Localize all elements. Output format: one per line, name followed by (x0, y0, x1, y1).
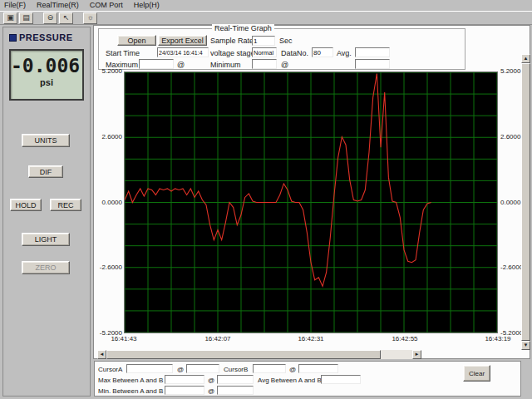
x-tick: 16:42:31 (291, 335, 331, 342)
avg-between-value-field[interactable] (321, 375, 361, 384)
x-tick: 16:41:43 (104, 335, 144, 342)
sample-rate-label: Sample Rate (210, 37, 254, 45)
cursor-b-time-field[interactable] (298, 364, 338, 373)
graph-panel: Real-Time Graph Open Export Excel Sample… (93, 25, 530, 359)
minimum-label: Minimum (210, 61, 241, 69)
dif-button[interactable]: DIF (28, 165, 63, 178)
maximum-at-label: @ (177, 61, 185, 69)
start-time-field[interactable] (157, 47, 209, 57)
x-tick: 16:42:07 (198, 335, 238, 342)
datano-field[interactable] (312, 47, 333, 57)
open-button[interactable]: Open (117, 35, 156, 46)
brand-icon (9, 34, 17, 42)
x-tick: 16:42:55 (385, 335, 425, 342)
cursor-a-label: CursorA (98, 366, 122, 373)
brand-label: PRESSURE (19, 32, 73, 42)
menu-com-port[interactable]: COM Port (90, 1, 123, 11)
lcd-display: -0.006 psi (9, 49, 84, 101)
cursor-b-at-label: @ (289, 366, 296, 373)
cursor-a-time-field[interactable] (186, 364, 219, 373)
max-between-at-label: @ (208, 377, 214, 384)
menu-realtime[interactable]: RealTime(R) (37, 1, 79, 11)
cursor-panel: CursorA @ CursorB @ Max Between A and B … (94, 361, 521, 397)
vertical-scrollbar-thumb[interactable] (521, 63, 530, 341)
scroll-left-button[interactable]: ◄ (97, 350, 106, 359)
max-between-label: Max Between A and B (98, 377, 163, 384)
zero-button[interactable]: ZERO (22, 261, 70, 274)
horizontal-scrollbar[interactable]: ◄ ► (97, 350, 421, 359)
sample-rate-unit-label: Sec (279, 37, 293, 45)
realtime-graph-groupbox: Real-Time Graph Open Export Excel Sample… (98, 28, 466, 70)
rec-button[interactable]: REC (50, 199, 81, 211)
pointer-icon[interactable]: ↖ (59, 12, 73, 24)
minimum-at-label: @ (281, 61, 288, 69)
y-tick-left: 2.6000 (95, 133, 122, 140)
min-between-time-field[interactable] (217, 386, 254, 395)
avg-field[interactable] (355, 47, 390, 57)
max-between-time-field[interactable] (217, 375, 254, 384)
vertical-scrollbar[interactable]: ▲ ▼ (521, 54, 530, 350)
menu-help[interactable]: Help(H) (134, 1, 160, 11)
scroll-up-button[interactable]: ▲ (521, 54, 530, 63)
light-icon[interactable]: ☼ (83, 12, 97, 24)
min-between-value-field[interactable] (165, 386, 204, 395)
pressure-unit: psi (11, 77, 82, 87)
start-time-label: Start Time (106, 49, 140, 57)
plot-svg (125, 72, 497, 332)
hold-button[interactable]: HOLD (10, 199, 42, 211)
y-tick-left: 0.0000 (95, 199, 122, 206)
sample-rate-field[interactable] (252, 36, 275, 46)
plot-area[interactable] (124, 71, 498, 333)
minimum-time-field[interactable] (355, 59, 390, 69)
min-between-at-label: @ (208, 387, 214, 395)
y-tick-left: 5.2000 (95, 67, 122, 75)
voltage-stage-label: voltage stage (210, 49, 255, 57)
save-icon[interactable]: ▣ (3, 12, 17, 24)
voltage-stage-field[interactable] (252, 47, 277, 57)
cursor-a-at-label: @ (177, 366, 184, 373)
toolbar: ▣ ▤ ⊖ ↖ ☼ (0, 11, 532, 25)
max-between-value-field[interactable] (165, 375, 204, 384)
units-button[interactable]: UNITS (22, 134, 70, 147)
scroll-down-button[interactable]: ▼ (521, 341, 530, 350)
clear-button[interactable]: Clear (463, 365, 490, 382)
zoom-out-icon[interactable]: ⊖ (43, 12, 57, 24)
cursor-b-value-field[interactable] (253, 364, 286, 373)
groupbox-title: Real-Time Graph (212, 24, 274, 32)
pressure-value: -0.006 (11, 56, 82, 76)
cursor-a-value-field[interactable] (126, 364, 173, 373)
minimum-field[interactable] (252, 59, 277, 69)
min-between-label: Min. Between A and B (98, 387, 163, 395)
scroll-right-button[interactable]: ► (412, 350, 421, 359)
maximum-field[interactable] (139, 59, 174, 69)
menu-bar: File(F) RealTime(R) COM Port Help(H) (0, 0, 532, 11)
toolbar-separator (35, 17, 43, 18)
menu-file[interactable]: File(F) (4, 1, 26, 11)
avg-between-label: Avg Between A and B (258, 377, 322, 384)
meter-panel: PRESSURE -0.006 psi UNITS DIF HOLD REC L… (2, 27, 91, 397)
horizontal-scrollbar-thumb[interactable] (106, 350, 381, 359)
app-window: File(F) RealTime(R) COM Port Help(H) ▣ ▤… (0, 0, 532, 399)
y-tick-left: -2.6000 (95, 264, 122, 271)
avg-label: Avg. (337, 49, 352, 57)
toolbar-separator (75, 17, 83, 18)
x-tick: 16:43:19 (478, 335, 518, 342)
export-excel-button[interactable]: Export Excel (158, 35, 207, 46)
light-button[interactable]: LIGHT (22, 233, 70, 246)
print-icon[interactable]: ▤ (19, 12, 33, 24)
cursor-b-label: CursorB (224, 366, 248, 373)
datano-label: DataNo. (281, 49, 308, 57)
